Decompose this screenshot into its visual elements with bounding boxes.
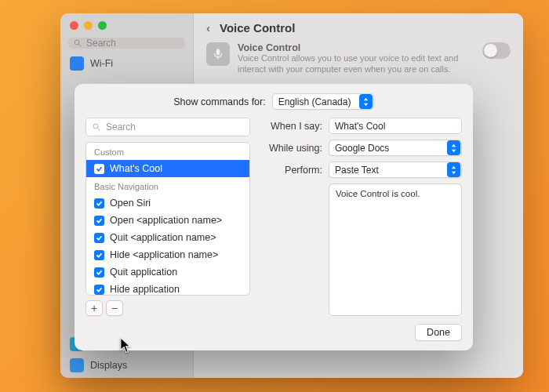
sheet-footer: Done <box>85 316 462 341</box>
paste-text-value: Voice Control is cool. <box>336 189 420 198</box>
perform-label: Perform: <box>261 165 322 176</box>
command-row[interactable]: Open <application name> <box>86 212 249 229</box>
checkbox-icon[interactable] <box>94 198 104 209</box>
while-using-select[interactable]: Google Docs <box>329 140 462 156</box>
done-button[interactable]: Done <box>415 324 462 341</box>
command-group-header: Custom <box>86 143 249 160</box>
language-select-value: English (Canada) <box>278 96 351 107</box>
when-i-say-value: What's Cool <box>335 121 385 132</box>
checkbox-icon[interactable] <box>94 216 104 226</box>
add-remove-bar: + − <box>85 296 250 316</box>
command-label: Hide <application name> <box>110 249 218 260</box>
command-row[interactable]: Hide application <box>86 281 249 295</box>
command-label: What's Cool <box>110 163 162 174</box>
checkbox-icon[interactable] <box>94 250 104 260</box>
commands-sheet: Show commands for: English (Canada) Sear… <box>75 84 473 350</box>
show-commands-label: Show commands for: <box>173 96 265 107</box>
when-i-say-label: When I say: <box>261 121 322 132</box>
checkbox-icon[interactable] <box>94 164 104 174</box>
remove-command-button[interactable]: − <box>106 300 123 316</box>
command-label: Hide application <box>110 284 180 295</box>
checkbox-icon[interactable] <box>94 267 104 278</box>
command-label: Open <application name> <box>110 215 222 226</box>
commands-left-column: Search CustomWhat's CoolBasic Navigation… <box>85 118 250 316</box>
checkbox-icon[interactable] <box>94 233 104 243</box>
svg-line-5 <box>98 129 100 131</box>
language-select[interactable]: English (Canada) <box>272 93 374 110</box>
perform-select[interactable]: Paste Text <box>329 162 462 178</box>
paste-text-area[interactable]: Voice Control is cool. <box>329 183 462 316</box>
command-group-header: Basic Navigation <box>86 177 249 194</box>
commands-search-placeholder: Search <box>106 122 136 132</box>
command-row[interactable]: Quit <application name> <box>86 229 249 246</box>
svg-point-4 <box>93 124 98 129</box>
command-label: Quit application <box>110 267 177 278</box>
add-command-button[interactable]: + <box>85 300 103 316</box>
commands-list[interactable]: CustomWhat's CoolBasic NavigationOpen Si… <box>85 142 250 296</box>
sheet-top-row: Show commands for: English (Canada) <box>85 92 462 118</box>
select-stepper-icon <box>447 162 460 177</box>
command-label: Open Siri <box>110 198 151 209</box>
commands-search-input[interactable]: Search <box>85 118 250 136</box>
checkbox-icon[interactable] <box>94 285 104 295</box>
command-label: Quit <application name> <box>110 232 216 243</box>
command-form: When I say: What's Cool While using: Goo… <box>261 118 462 316</box>
while-using-value: Google Docs <box>335 143 389 154</box>
perform-value: Paste Text <box>335 165 379 176</box>
command-row[interactable]: Open Siri <box>86 194 249 212</box>
when-i-say-input[interactable]: What's Cool <box>329 118 462 134</box>
while-using-label: While using: <box>261 143 322 154</box>
select-stepper-icon <box>447 140 460 155</box>
command-row[interactable]: What's Cool <box>86 160 249 177</box>
select-stepper-icon <box>359 94 373 109</box>
command-row[interactable]: Hide <application name> <box>86 246 249 263</box>
search-icon <box>92 122 101 132</box>
command-row[interactable]: Quit application <box>86 263 249 281</box>
